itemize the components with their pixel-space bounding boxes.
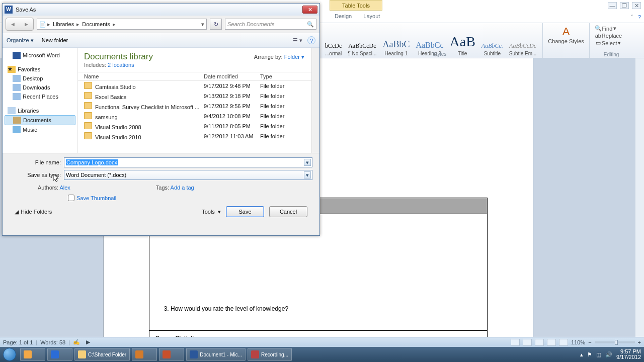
taskbar-item[interactable]: C:\Shared Folder [74,348,130,361]
tags-field[interactable]: Add a tag [171,185,194,191]
tab-layout[interactable]: Layout [358,12,385,21]
file-row[interactable]: Visual Studio 20089/11/2012 8:05 PMFile … [78,121,319,131]
nav-music[interactable]: Music [23,127,37,133]
styles-group-label: Styles [433,51,446,57]
file-row[interactable]: Functional Survey Checklist in Microsoft… [78,101,319,111]
saveastype-dropdown[interactable]: Word Document (*.docx) ▾ [64,170,312,180]
tray-clock[interactable]: 9:57 PM 9/17/2012 [616,349,641,360]
close-icon[interactable]: ✕ [632,2,641,9]
new-folder-button[interactable]: New folder [42,37,68,43]
file-list-area[interactable]: Documents library Includes: 2 locations … [78,48,319,153]
back-icon[interactable]: ◄ [10,21,16,27]
nav-back-forward[interactable]: ◄► [6,18,34,31]
zoom-in[interactable]: + [638,339,641,345]
help-button[interactable]: ? [307,36,315,44]
nav-libraries[interactable]: Libraries [18,108,39,114]
save-as-dialog: W Save As ✕ ◄► 📄▸ Libraries▸ Documents▸ … [2,3,320,236]
nav-recent[interactable]: Recent Places [23,94,58,100]
save-thumbnail-checkbox[interactable] [68,195,74,201]
forward-icon[interactable]: ► [24,21,29,27]
tray-action-center-icon[interactable]: ⚑ [587,351,592,358]
dialog-title: Save As [16,7,302,13]
help-minimize-ribbon-icon[interactable]: ˇ [631,14,633,20]
taskbar-item[interactable] [159,348,184,361]
tray-network-icon[interactable]: ◫ [596,351,601,358]
filename-input[interactable]: Company Logo.docx ▾ [64,157,312,167]
zoom-slider[interactable] [595,341,635,343]
folder-icon: 📄 [39,21,46,28]
tray-up-icon[interactable]: ▴ [580,351,583,358]
view-draft[interactable] [559,339,568,346]
taskbar-item[interactable] [20,348,45,361]
style-item[interactable]: AaBbCcDcSubtle Em... [506,42,539,56]
search-icon: 🔍 [307,21,314,28]
style-item[interactable]: AaBbCHeading 1 [379,39,413,56]
view-outline[interactable] [547,339,556,346]
col-type[interactable]: Type [260,73,300,79]
select-button[interactable]: ▭Select▾ [595,40,629,46]
nav-word[interactable]: Microsoft Word [23,52,60,58]
change-styles-button[interactable]: A Change Styles [542,23,589,58]
filename-label: File name: [10,159,64,165]
style-item[interactable]: bCcDc...ormal [322,42,345,56]
refresh-button[interactable]: ↻ [210,19,222,30]
file-scrollbar[interactable] [311,48,319,153]
search-input[interactable]: Search Documents 🔍 [225,19,316,30]
address-bar[interactable]: 📄▸ Libraries▸ Documents▸ ▾ [37,19,207,30]
restore-icon[interactable]: ❐ [620,2,629,9]
col-name[interactable]: Name [84,73,204,79]
filename-dropdown-icon[interactable]: ▾ [304,159,311,166]
status-words: Words: 58 [40,339,65,345]
locations-link[interactable]: 2 locations [108,62,134,68]
nav-downloads[interactable]: Downloads [23,84,50,90]
style-item[interactable]: AaBbCc.Subtitle [478,42,506,56]
taskbar-item[interactable]: Recording... [248,348,292,361]
cancel-button[interactable]: Cancel [269,206,307,217]
zoom-level[interactable]: 110% [571,339,585,345]
view-fullscreen[interactable] [523,339,532,346]
editing-group-label: Editing [604,52,619,57]
view-mode-button[interactable]: ☰ ▾ [293,37,302,44]
nav-desktop[interactable]: Desktop [23,75,43,81]
word-icon: W [5,6,13,14]
start-button[interactable] [0,347,19,362]
col-date[interactable]: Date modified [204,73,260,79]
status-macro-icon[interactable]: ▶ [86,339,90,345]
save-thumbnail-label: Save Thumbnail [76,195,116,201]
taskbar-item[interactable] [47,348,72,361]
file-row[interactable]: Excel Basics9/13/2012 9:18 PMFile folder [78,91,319,101]
style-item[interactable]: AaBbCcDc¶ No Spaci... [345,42,379,56]
zoom-out[interactable]: − [588,339,591,345]
vertical-scrollbar[interactable] [635,58,644,338]
status-proof-icon[interactable]: ✍ [73,339,80,345]
save-button[interactable]: Save [226,206,264,217]
navigation-pane[interactable]: Microsoft Word ★Favorites Desktop Downlo… [3,48,78,153]
saveastype-dropdown-icon[interactable]: ▾ [304,171,311,178]
status-page: Page: 1 of 1 [3,339,33,345]
minimize-icon[interactable]: — [608,2,617,9]
arrange-by-dropdown[interactable]: Folder ▾ [284,54,304,60]
file-row[interactable]: Camtasia Studio9/17/2012 9:48 PMFile fol… [78,81,319,91]
help-icon[interactable]: ? [638,14,641,20]
authors-field[interactable]: Alex [59,185,70,191]
status-bar: Page: 1 of 1 | Words: 58 | ✍ ▶ 110% − + [0,337,644,347]
taskbar-item[interactable]: Document1 - Mic... [186,348,246,361]
nav-favorites[interactable]: Favorites [18,66,40,72]
replace-button[interactable]: abReplace [595,33,629,39]
find-button[interactable]: 🔍Find▾ [595,25,629,32]
hide-folders-button[interactable]: ◢Hide Folders [15,209,52,215]
view-print-layout[interactable] [511,339,520,346]
tools-dropdown[interactable]: Tools ▾ [202,209,221,215]
dialog-close-button[interactable]: ✕ [302,6,317,14]
file-row[interactable]: Visual Studio 20109/12/2012 11:03 AMFile… [78,131,319,141]
table-tools-label: Table Tools [330,0,382,11]
taskbar-item[interactable] [132,348,157,361]
view-web[interactable] [535,339,544,346]
nav-documents[interactable]: Documents [23,117,51,123]
tray-volume-icon[interactable]: 🔊 [605,351,612,358]
style-item[interactable]: AaBTitle [447,34,478,56]
organize-button[interactable]: Organize ▾ [7,37,34,44]
tab-design[interactable]: Design [330,12,357,21]
file-row[interactable]: samsung9/4/2012 10:08 PMFile folder [78,111,319,121]
saveastype-label: Save as type: [10,172,64,178]
